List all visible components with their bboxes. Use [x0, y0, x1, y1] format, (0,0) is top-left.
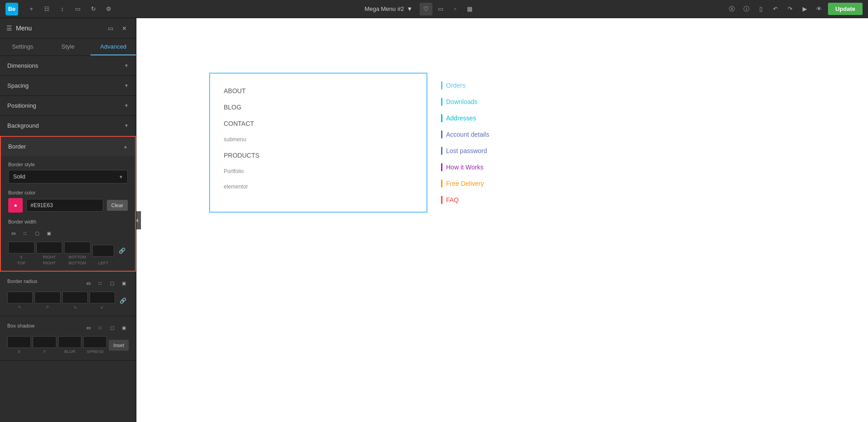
- sidebar: ☰ Menu ▭ ✕ Settings Style Advanced Dimen…: [0, 18, 136, 422]
- menu-left: ABOUT BLOG CONTACT submenu PRODUCTS Port…: [209, 73, 427, 213]
- dimensions-chevron-icon: ▼: [124, 63, 129, 68]
- menu-item-contact[interactable]: CONTACT: [224, 115, 413, 132]
- width-bottom-input[interactable]: [64, 242, 90, 253]
- width-bottom-label: BOTTOM: [69, 255, 86, 259]
- redo-icon[interactable]: ↷: [784, 3, 796, 15]
- help-icon[interactable]: ⓘ: [741, 3, 753, 15]
- shadow-unit-corner-icon[interactable]: ▢: [107, 323, 117, 333]
- document-title[interactable]: Mega Menu #2 ▼: [365, 5, 413, 12]
- shadow-unit-top-icon[interactable]: □: [95, 323, 105, 333]
- menu-right-freedelivery[interactable]: Free Delivery: [441, 175, 505, 192]
- canvas: ◀ ABOUT BLOG CONTACT submenu PRODUCTS Po…: [136, 18, 868, 422]
- shadow-spread-input[interactable]: [83, 336, 107, 348]
- menu-preview: ABOUT BLOG CONTACT submenu PRODUCTS Port…: [209, 73, 850, 213]
- shadow-unit-side-icon[interactable]: ▣: [119, 323, 129, 333]
- update-button[interactable]: Update: [828, 3, 863, 15]
- dimensions-header[interactable]: Dimensions ▼: [0, 56, 136, 75]
- border-style-select[interactable]: Default None Solid Double Dotted Dashed …: [8, 170, 128, 184]
- canvas-inner: ABOUT BLOG CONTACT submenu PRODUCTS Port…: [136, 18, 868, 422]
- spacing-chevron-icon: ▼: [124, 83, 129, 88]
- mobile-portrait-icon[interactable]: ▩: [463, 3, 476, 15]
- layout-icon[interactable]: ☷: [41, 3, 53, 15]
- menu-right-addresses[interactable]: Addresses: [441, 110, 505, 126]
- menu-right-faq[interactable]: FAQ: [441, 192, 505, 208]
- shadow-x-input[interactable]: [7, 336, 31, 348]
- border-radius-inputs: ↖ ↗ ↘ ↙ 🔗: [7, 292, 129, 309]
- color-input[interactable]: #E91E63: [26, 199, 103, 212]
- menu-right-addresses-text: Addresses: [446, 114, 476, 122]
- menu-item-portfolio[interactable]: Portfolio: [224, 164, 413, 179]
- radius-tl-input[interactable]: [7, 292, 33, 303]
- radius-br-input[interactable]: [62, 292, 88, 303]
- undo-icon[interactable]: ↶: [770, 3, 782, 15]
- background-header[interactable]: Background ▼: [0, 116, 136, 135]
- positioning-header[interactable]: Positioning ▼: [0, 96, 136, 115]
- unit-top-icon[interactable]: □: [20, 228, 30, 238]
- width-top-input[interactable]: [8, 242, 35, 253]
- layers-icon[interactable]: ▯: [755, 3, 767, 15]
- preview-icon[interactable]: ▶: [799, 3, 811, 15]
- shadow-blur-input[interactable]: [58, 336, 82, 348]
- chevron-down-icon: ▼: [406, 5, 412, 12]
- radius-tr-group: ↗: [35, 292, 60, 309]
- width-right-input[interactable]: [36, 242, 63, 253]
- expand-icon[interactable]: ▭: [105, 23, 116, 34]
- border-section: Border ▲ Border style Default None Solid…: [0, 136, 136, 272]
- link-width-icon[interactable]: 🔗: [116, 245, 128, 257]
- clear-color-button[interactable]: Clear: [107, 200, 128, 211]
- radius-unit-all-icon[interactable]: ▭: [83, 278, 93, 288]
- collapse-sidebar-button[interactable]: ◀: [136, 211, 141, 229]
- border-section-header[interactable]: Border ▲: [1, 137, 135, 156]
- menu-item-products[interactable]: PRODUCTS: [224, 147, 413, 164]
- eye-icon[interactable]: 👁: [813, 3, 825, 15]
- menu-right-orders[interactable]: Orders: [441, 77, 505, 94]
- width-value-input[interactable]: 3px: [92, 245, 114, 257]
- menu-right-lostpassword-text: Lost password: [446, 147, 487, 154]
- wordpress-icon[interactable]: Ⓧ: [726, 3, 738, 15]
- unit-icons: ▭ □ ▢ ▣: [8, 228, 128, 238]
- radius-tl-corner: ↖: [18, 305, 22, 309]
- mobile-icon[interactable]: ▫: [449, 3, 462, 15]
- spacer: [116, 261, 128, 265]
- menu-right-account[interactable]: Account details: [441, 126, 505, 143]
- radius-tr-input[interactable]: [35, 292, 60, 303]
- radius-bl-input[interactable]: [90, 292, 115, 303]
- tab-style[interactable]: Style: [45, 39, 91, 55]
- desktop-icon[interactable]: ♡: [420, 3, 432, 15]
- tablet-icon[interactable]: ▭: [434, 3, 447, 15]
- menu-right-downloads[interactable]: Downloads: [441, 94, 505, 110]
- unit-side-icon[interactable]: ▣: [44, 228, 54, 238]
- link-radius-icon[interactable]: 🔗: [117, 295, 129, 307]
- menu-item-submenu[interactable]: submenu: [224, 132, 413, 147]
- inset-button[interactable]: Inset: [109, 340, 129, 351]
- width-bottom-group: BOTTOM: [64, 242, 90, 259]
- close-icon[interactable]: ✕: [119, 23, 130, 34]
- add-icon[interactable]: +: [25, 3, 37, 15]
- menu-item-blog[interactable]: BLOG: [224, 99, 413, 115]
- history-icon[interactable]: ↻: [87, 3, 99, 15]
- menu-right-lostpassword[interactable]: Lost password: [441, 143, 505, 159]
- menu-right-orders-text: Orders: [446, 82, 466, 89]
- positioning-chevron-icon: ▼: [124, 103, 129, 108]
- menu-right: Orders Downloads Addresses Account detai…: [427, 73, 518, 213]
- shadow-y-input[interactable]: [33, 336, 56, 348]
- border-style-wrapper: Default None Solid Double Dotted Dashed …: [8, 170, 128, 184]
- radius-unit-corner-icon[interactable]: ▢: [107, 278, 117, 288]
- menu-right-howitworks[interactable]: How it Works: [441, 159, 505, 175]
- shadow-y-label: Y: [43, 349, 46, 354]
- color-swatch[interactable]: ●: [8, 198, 23, 213]
- document-title-text: Mega Menu #2: [365, 5, 404, 12]
- settings-icon[interactable]: ⚙: [103, 3, 115, 15]
- shadow-unit-all-icon[interactable]: ▭: [83, 323, 93, 333]
- menu-item-elementor[interactable]: elementor: [224, 179, 413, 194]
- responsive-icon[interactable]: ▭: [72, 3, 84, 15]
- unit-corner-icon[interactable]: ▢: [32, 228, 42, 238]
- unit-all-icon[interactable]: ▭: [8, 228, 18, 238]
- swap-icon[interactable]: ↕: [56, 3, 68, 15]
- tab-settings[interactable]: Settings: [0, 39, 45, 55]
- tab-advanced[interactable]: Advanced: [90, 39, 136, 55]
- menu-item-about[interactable]: ABOUT: [224, 83, 413, 99]
- radius-unit-top-icon[interactable]: □: [95, 278, 105, 288]
- spacing-header[interactable]: Spacing ▼: [0, 76, 136, 95]
- radius-unit-side-icon[interactable]: ▣: [119, 278, 129, 288]
